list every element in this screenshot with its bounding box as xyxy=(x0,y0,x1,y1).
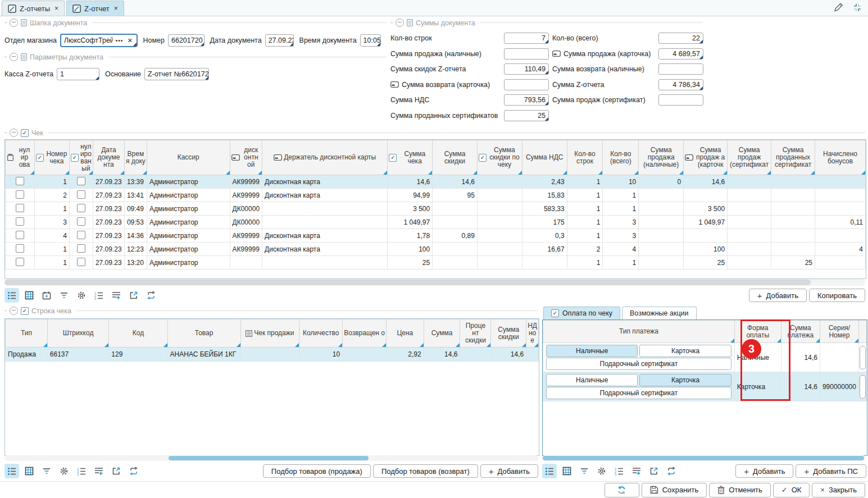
scrollbar-thumb[interactable] xyxy=(543,456,864,460)
sum-input[interactable]: 22 xyxy=(658,33,703,44)
check-row[interactable]: 127.09.2312:23АдминистраторАК99999Дискон… xyxy=(6,243,866,256)
row-checkbox[interactable] xyxy=(16,217,24,226)
basis-field[interactable]: Z-отчет №6620172 xyxy=(144,68,209,80)
checkbox-icon[interactable]: ✓ xyxy=(479,154,487,162)
pay-type-cash-button[interactable]: Наличные xyxy=(546,374,638,386)
tab-close-icon[interactable]: × xyxy=(113,4,118,12)
tab-z-reports[interactable]: Z-отчеты × xyxy=(2,1,65,16)
checkbox-icon[interactable]: ✓ xyxy=(71,154,79,162)
check-column-header[interactable]: Кассир xyxy=(147,140,230,175)
gear-icon[interactable] xyxy=(594,464,609,478)
add-row-icon[interactable] xyxy=(629,464,644,478)
line-column-header[interactable]: Сумма xyxy=(424,319,460,348)
add-payment-button[interactable]: +Добавить xyxy=(735,464,793,478)
sum-input[interactable]: 4 786,34 xyxy=(658,79,703,90)
add-gift-certificate-button[interactable]: +Добавить ПС xyxy=(796,464,866,478)
checkbox-icon[interactable]: ✓ xyxy=(389,154,397,162)
check-column-header[interactable]: Держатель дисконтной карты xyxy=(262,140,388,175)
check-column-header[interactable]: Сумма проданных сертификат xyxy=(771,140,815,175)
row-checkbox[interactable] xyxy=(77,177,85,185)
check-row[interactable]: 127.09.2313:39АдминистраторАК99999Дискон… xyxy=(6,175,866,189)
row-checkbox[interactable] xyxy=(77,244,85,253)
scrollbar-thumb[interactable] xyxy=(4,280,811,285)
sum-input[interactable] xyxy=(504,79,549,90)
pay-type-gift-button[interactable]: Подарочный сертификат xyxy=(546,358,731,370)
pay-type-cash-button[interactable]: Наличные xyxy=(546,345,638,357)
payment-row[interactable]: НаличныеКарточкаПодарочный сертификатКар… xyxy=(543,372,867,401)
pay-type-card-button[interactable]: Карточка xyxy=(639,374,731,386)
check-column-header[interactable]: Кол-во строк xyxy=(567,140,603,175)
collapse-icon[interactable] xyxy=(10,129,18,137)
check-column-header[interactable]: Сумма скидки xyxy=(433,140,478,175)
collapse-icon[interactable] xyxy=(10,53,18,61)
check-column-header[interactable]: Сумма НДС xyxy=(522,140,567,175)
filter-icon[interactable] xyxy=(57,288,71,303)
collapse-icon[interactable] xyxy=(10,307,18,315)
check-column-header[interactable]: Сумма продажа (наличные) xyxy=(639,140,684,175)
sum-input[interactable]: 793,56 xyxy=(504,94,549,106)
check-column-header[interactable]: Начислено бонусов xyxy=(815,140,866,175)
clear-field-icon[interactable]: × xyxy=(126,36,136,45)
grid-icon[interactable] xyxy=(22,288,37,303)
scrollbar-thumb[interactable] xyxy=(860,375,866,399)
line-hscrollbar[interactable] xyxy=(4,455,538,461)
row-checkbox[interactable] xyxy=(77,231,85,239)
row-checkbox[interactable] xyxy=(77,258,85,266)
check-column-header[interactable]: Кол-во (всего) xyxy=(603,140,639,175)
save-button[interactable]: Сохранить xyxy=(642,483,707,497)
sum-input[interactable]: 25 xyxy=(504,110,549,121)
payment-hscrollbar[interactable] xyxy=(542,455,865,461)
collapse-icon[interactable] xyxy=(10,19,18,27)
payment-column-header[interactable]: Серия/ Номер xyxy=(820,321,858,343)
check-column-header[interactable]: Сумма продаж (сертификат xyxy=(728,140,771,175)
pay-type-gift-button[interactable]: Подарочный сертификат xyxy=(546,387,731,399)
export-icon[interactable] xyxy=(126,288,141,303)
sum-input[interactable] xyxy=(658,94,703,106)
add-check-button[interactable]: +Добавить xyxy=(749,289,807,302)
numbered-list-icon[interactable]: 123 xyxy=(612,464,626,478)
numbered-list-icon[interactable]: 123 xyxy=(74,464,89,478)
check-column-header[interactable]: ✓Сумма скидки по чеку xyxy=(477,140,522,175)
pencil-icon[interactable] xyxy=(832,2,844,13)
check-hscrollbar[interactable] xyxy=(4,279,865,286)
line-column-header[interactable]: Товар xyxy=(167,319,240,348)
sum-input[interactable]: 4 689,57 xyxy=(658,48,703,60)
row-checkbox[interactable] xyxy=(16,177,24,185)
check-row[interactable]: 327.09.2309:53АдминистраторДК000001 049,… xyxy=(6,216,866,229)
tab-close-icon[interactable]: × xyxy=(53,4,58,12)
kassa-field[interactable]: 1 xyxy=(57,68,99,80)
refresh-button[interactable] xyxy=(605,483,639,497)
check-row[interactable]: 427.09.2314:36АдминистраторАК99999Дискон… xyxy=(6,229,866,243)
line-column-header[interactable]: Код xyxy=(109,319,167,348)
row-checkbox[interactable] xyxy=(16,204,24,212)
checkbox-icon[interactable]: ✓ xyxy=(21,307,29,315)
sum-input[interactable] xyxy=(658,63,703,75)
check-column-header[interactable]: Дата докуме нта xyxy=(93,140,124,175)
line-column-header[interactable]: Сумма скидки xyxy=(491,319,526,348)
close-button[interactable]: ×Закрыть xyxy=(812,483,865,497)
checkbox-icon[interactable]: ✓ xyxy=(21,129,29,137)
check-column-header[interactable]: ✓Сумма чека xyxy=(388,140,433,175)
pick-goods-sale-button[interactable]: Подбор товаров (продажа) xyxy=(263,464,371,478)
line-column-header[interactable]: Количество xyxy=(299,319,343,348)
ok-button[interactable]: ✓ОК xyxy=(773,483,810,497)
checkbox-icon[interactable]: ✓ xyxy=(551,309,559,317)
list-view-icon[interactable] xyxy=(4,288,19,303)
line-column-header[interactable]: Штрихкод xyxy=(47,319,109,348)
row-checkbox[interactable] xyxy=(77,217,85,226)
scrollbar-thumb[interactable] xyxy=(169,456,369,460)
line-column-header[interactable]: Тип xyxy=(6,319,48,348)
add-row-icon[interactable] xyxy=(92,464,106,478)
collapse-icon[interactable] xyxy=(396,19,404,27)
checkbox-icon[interactable]: ✓ xyxy=(36,154,44,162)
more-button[interactable]: ••• xyxy=(113,38,126,44)
line-column-header[interactable]: Цена xyxy=(387,319,424,348)
number-field[interactable]: 66201720 xyxy=(168,34,204,47)
export-icon[interactable] xyxy=(647,464,661,478)
line-column-header[interactable]: Проце нт скидки xyxy=(460,319,491,348)
list-view-icon[interactable] xyxy=(542,464,557,478)
copy-check-button[interactable]: Копировать xyxy=(809,289,865,302)
list-view-icon[interactable] xyxy=(4,464,19,478)
grid-icon[interactable] xyxy=(560,464,574,478)
store-field[interactable]: ЛюксСофтТрейд2 ••• × xyxy=(60,34,138,47)
